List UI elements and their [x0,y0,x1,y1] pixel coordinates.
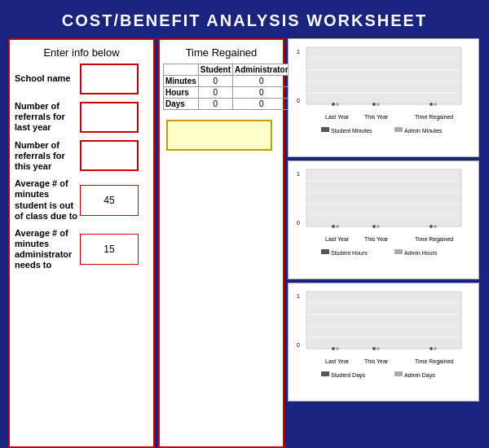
svg-point-29 [372,225,376,228]
hours-chart-svg: 1 0 Last Year This Year Time Regained [289,161,479,279]
school-name-input[interactable] [80,64,139,94]
days-chart: 1 0 Last Year This Year Time Regained [288,283,479,402]
left-panel-header: Enter info below [15,43,148,64]
svg-point-9 [372,103,376,106]
svg-text:Admin Days: Admin Days [404,372,435,379]
referrals-this-year-label: Number of referrals for this year [15,140,80,173]
svg-rect-22 [306,169,461,226]
svg-point-31 [430,225,433,228]
svg-rect-42 [306,292,461,349]
svg-rect-58 [394,371,403,376]
svg-text:Admin Hours: Admin Hours [404,250,438,256]
page-title: COST/BENEFIT ANALYSIS WORKSHEET [62,0,427,38]
svg-text:Time Regained: Time Regained [415,358,453,365]
svg-rect-18 [394,127,403,132]
hours-label: Hours [164,87,199,99]
avg-minutes-admin-label: Average # of minutes administrator needs… [15,228,80,271]
table-row-days: Days 0 0 [164,99,291,110]
svg-rect-36 [321,249,329,254]
svg-point-47 [332,347,335,350]
minutes-chart-svg: 1 0 [289,39,479,157]
svg-text:1: 1 [297,49,300,55]
right-panel: 1 0 [288,38,479,448]
referrals-last-year-label: Number of referrals for last year [15,101,80,134]
svg-rect-38 [394,249,403,254]
avg-minutes-student-value: 45 [80,185,139,216]
hours-chart: 1 0 Last Year This Year Time Regained [288,160,479,279]
svg-text:0: 0 [297,342,300,348]
svg-text:Last Year: Last Year [325,358,350,364]
svg-text:Time Regained: Time Regained [415,114,453,121]
svg-text:Last Year: Last Year [325,114,350,120]
hours-admin: 0 [233,87,291,99]
svg-text:Student Minutes: Student Minutes [331,128,372,134]
svg-point-49 [372,347,376,350]
svg-text:This Year: This Year [364,236,389,242]
svg-point-50 [377,347,380,350]
svg-text:0: 0 [297,98,300,103]
time-table-col-empty [164,64,199,76]
svg-point-52 [434,347,437,350]
svg-point-30 [377,225,380,228]
svg-point-28 [336,225,339,228]
avg-minutes-admin-row: Average # of minutes administrator needs… [15,228,148,271]
school-name-row: School name [15,64,148,94]
middle-panel-header: Time Regained [163,43,280,64]
svg-text:Last Year: Last Year [325,236,350,242]
svg-text:Admin Minutes: Admin Minutes [404,128,443,134]
days-admin: 0 [233,99,291,110]
avg-minutes-student-label: Average # of minutes student is out of c… [15,178,80,222]
days-label: Days [164,99,199,110]
svg-text:Student Days: Student Days [331,372,366,379]
referrals-this-year-input[interactable] [80,140,139,171]
svg-text:1: 1 [297,293,300,299]
avg-minutes-admin-value: 15 [80,234,139,265]
days-student: 0 [198,99,232,110]
time-table: Student Administrator Minutes 0 0 Hours … [163,64,291,110]
svg-text:Time Regained: Time Regained [415,236,453,243]
svg-point-10 [377,103,380,106]
svg-point-7 [332,103,335,106]
svg-text:This Year: This Year [364,114,389,120]
svg-rect-16 [321,127,329,132]
svg-point-48 [336,347,339,350]
table-row-minutes: Minutes 0 0 [164,76,291,87]
svg-point-32 [434,225,437,228]
svg-text:This Year: This Year [364,358,389,364]
referrals-this-year-row: Number of referrals for this year [15,140,148,173]
svg-rect-56 [321,371,329,376]
hours-student: 0 [198,87,232,99]
referrals-last-year-input[interactable] [80,102,139,133]
days-chart-svg: 1 0 Last Year This Year Time Regained [289,283,479,402]
svg-text:Student Hours: Student Hours [331,250,368,256]
referrals-last-year-row: Number of referrals for last year [15,101,148,134]
svg-point-11 [430,103,433,106]
svg-text:1: 1 [297,171,300,177]
avg-minutes-student-row: Average # of minutes student is out of c… [15,178,148,222]
school-name-label: School name [15,73,80,84]
minutes-admin: 0 [233,76,291,87]
minutes-student: 0 [198,76,232,87]
table-row-hours: Hours 0 0 [164,87,291,99]
middle-input-area[interactable] [166,120,272,151]
left-panel: Enter info below School name Number of r… [8,38,155,448]
minutes-chart: 1 0 [288,38,479,157]
middle-panel: Time Regained Student Administrator Minu… [158,38,284,448]
svg-text:0: 0 [297,220,300,226]
minutes-label: Minutes [164,76,199,87]
time-table-col-student: Student [198,64,232,76]
time-table-col-admin: Administrator [233,64,291,76]
svg-point-12 [434,103,437,106]
svg-rect-2 [306,47,461,104]
svg-point-51 [430,347,433,350]
svg-point-8 [336,103,339,106]
svg-point-27 [332,225,335,228]
